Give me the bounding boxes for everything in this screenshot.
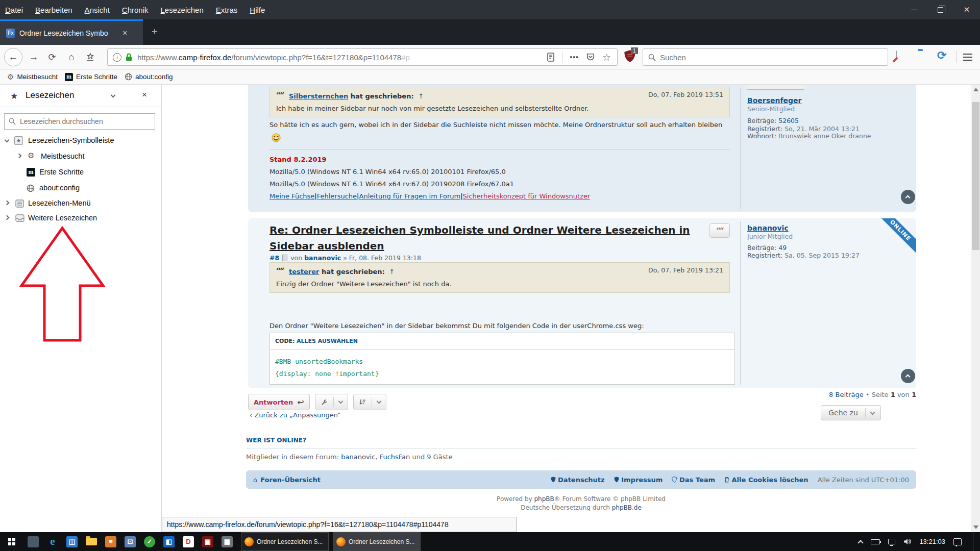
reader-mode-icon[interactable] xyxy=(547,53,555,62)
select-all-link[interactable]: ALLES AUSWÄHLEN xyxy=(297,338,358,344)
menu-hilfe[interactable]: Hilfe xyxy=(250,6,265,14)
scrollbar-down-arrow[interactable] xyxy=(973,525,978,529)
search-bar[interactable] xyxy=(643,48,888,66)
pocket-icon[interactable] xyxy=(586,53,595,62)
speaker-icon[interactable] xyxy=(903,538,911,545)
tab-active[interactable]: Fx Ordner Lesezeichen Symbo × xyxy=(0,19,143,45)
scrollbar-thumb[interactable] xyxy=(972,102,979,250)
profile-posts-count-link[interactable]: 52605 xyxy=(778,117,799,124)
chevron-down-icon[interactable] xyxy=(111,93,116,98)
bookmark-about-config[interactable]: about:config xyxy=(125,73,173,81)
taskbar-icon-5[interactable]: ≡ xyxy=(101,532,120,551)
post-count-link[interactable]: 8 Beiträge xyxy=(829,391,864,398)
das-team-link[interactable]: Das Team xyxy=(672,476,715,484)
sync-extension-icon[interactable]: ⟳ xyxy=(937,49,949,61)
delete-cookies-link[interactable]: Alle Cookies löschen xyxy=(724,476,808,484)
show-desktop-button[interactable] xyxy=(973,532,975,551)
goto-dropdown[interactable]: Gehe zu xyxy=(821,405,881,420)
profile-posts-count-link[interactable]: 49 xyxy=(778,244,787,252)
scroll-to-top-button[interactable] xyxy=(901,190,915,204)
scrollbar-up-arrow[interactable] xyxy=(973,88,978,91)
library-button[interactable] xyxy=(83,45,97,69)
quote-reply-button[interactable]: ““ xyxy=(709,223,730,238)
menu-chronik[interactable]: Chronik xyxy=(122,6,149,14)
taskbar-icon-7[interactable]: ✓ xyxy=(140,532,159,551)
tree-item-about-config[interactable]: about:config xyxy=(0,181,153,196)
impressum-link[interactable]: Impressum xyxy=(614,476,663,484)
taskbar-window-1[interactable]: Ordner Lesezeichen S... xyxy=(241,532,329,551)
tree-item-symbolleiste[interactable]: ★ Lesezeichen-Symbolleiste xyxy=(0,133,153,148)
phpbb-de-link[interactable]: phpBB.de xyxy=(612,504,642,511)
member-link[interactable]: FuchsFan xyxy=(380,453,410,461)
page-info-icon[interactable]: i xyxy=(113,53,121,62)
page-actions-icon[interactable]: ••• xyxy=(570,53,579,61)
menu-hamburger-icon[interactable] xyxy=(963,54,972,63)
url-bar[interactable]: i https://www.camp-firefox.de/forum/view… xyxy=(107,48,618,66)
taskbar-icon-6[interactable]: ⊡ xyxy=(120,532,140,551)
back-to-forum-link[interactable]: Zurück zu „Anpassungen“ xyxy=(254,411,340,419)
sidebar-search[interactable] xyxy=(4,113,155,130)
chevron-down-icon[interactable] xyxy=(5,138,10,143)
member-link[interactable]: bananovic xyxy=(341,453,375,461)
folder-extension-icon[interactable] xyxy=(918,51,930,63)
profile-username-link[interactable]: Boersenfeger xyxy=(747,96,802,105)
taskbar-window-2[interactable]: Ordner Lesezeichen S... xyxy=(333,532,421,551)
sidebar-search-input[interactable] xyxy=(20,117,155,126)
new-tab-button[interactable]: + xyxy=(147,24,162,40)
menu-extras[interactable]: Extras xyxy=(216,6,238,14)
home-button[interactable]: ⌂ xyxy=(64,45,79,69)
bookmark-meistbesucht[interactable]: ⚙Meistbesucht xyxy=(7,72,58,82)
battery-icon[interactable] xyxy=(871,539,880,544)
menu-datei[interactable]: Datei xyxy=(5,6,23,14)
taskbar-icon-1[interactable] xyxy=(23,532,43,551)
profile-username-link[interactable]: bananovic xyxy=(747,224,789,232)
signature-link[interactable]: Anleitung für Fragen im Forum xyxy=(359,192,461,200)
action-center-icon[interactable] xyxy=(953,538,962,545)
bookmark-erste-schritte[interactable]: mErste Schritte xyxy=(65,73,117,81)
notes-extension-icon[interactable] xyxy=(896,51,908,63)
quote-jump-arrow[interactable]: ↑ xyxy=(389,268,395,276)
post-title-link[interactable]: Re: Ordner Lesezeichen Symbolleiste und … xyxy=(270,222,731,254)
clock[interactable]: 13:21:03 xyxy=(919,538,945,545)
reload-button[interactable]: ⟳ xyxy=(45,45,59,69)
taskbar-icon-10[interactable]: ▣ xyxy=(198,532,217,551)
signature-link-red[interactable]: Sicherheitskonzept für Windowsnutzer xyxy=(463,192,591,200)
minimize-button[interactable] xyxy=(900,0,927,19)
chevron-right-icon[interactable] xyxy=(5,201,10,206)
restore-button[interactable] xyxy=(927,0,953,19)
network-icon[interactable] xyxy=(888,539,895,544)
back-button[interactable]: ← xyxy=(4,48,22,66)
sidebar-close-button[interactable]: × xyxy=(142,90,147,100)
scroll-to-top-button[interactable] xyxy=(901,369,915,383)
start-button[interactable] xyxy=(0,532,23,551)
bookmark-star-icon[interactable]: ☆ xyxy=(602,52,611,63)
taskbar-icon-11[interactable]: ▦ xyxy=(217,532,237,551)
quote-author-link[interactable]: Silbersternchen xyxy=(289,92,348,100)
sort-button[interactable] xyxy=(353,394,386,410)
reply-button[interactable]: Antworten↩ xyxy=(248,394,310,410)
quote-jump-arrow[interactable]: ↑ xyxy=(418,92,424,100)
tree-item-meistbesucht[interactable]: ⚙ Meistbesucht xyxy=(0,149,153,164)
post-author-link[interactable]: bananovic xyxy=(304,254,341,262)
signature-link[interactable]: Fehlersuche xyxy=(317,192,357,200)
tab-close-icon[interactable]: × xyxy=(122,29,127,38)
taskbar-icon-edge[interactable]: e xyxy=(43,532,62,551)
chevron-right-icon[interactable] xyxy=(5,215,10,220)
board-index-link[interactable]: ⌂Foren-Übersicht xyxy=(253,476,321,484)
quote-author-link[interactable]: testerer xyxy=(289,268,319,276)
phpbb-link[interactable]: phpBB xyxy=(534,495,554,503)
taskbar-icon-3[interactable]: ◫ xyxy=(62,532,82,551)
tree-item-erste-schritte[interactable]: m Erste Schritte xyxy=(0,165,153,180)
menu-bearbeiten[interactable]: Bearbeiten xyxy=(35,6,72,14)
forward-button[interactable]: → xyxy=(27,45,41,69)
search-input[interactable] xyxy=(660,53,888,62)
datenschutz-link[interactable]: Datenschutz xyxy=(551,476,605,484)
topic-tools-button[interactable] xyxy=(315,394,348,410)
taskbar-icon-8[interactable]: ◧ xyxy=(159,532,179,551)
tree-item-lesezeichen-menu[interactable]: Lesezeichen-Menü xyxy=(0,196,153,211)
post-number[interactable]: #8 xyxy=(270,254,279,262)
close-window-button[interactable]: ✕ xyxy=(953,0,980,19)
tray-expand-icon[interactable] xyxy=(858,540,864,545)
taskbar-icon-d[interactable]: D xyxy=(179,532,198,551)
signature-link[interactable]: Meine Füchse xyxy=(270,192,314,200)
